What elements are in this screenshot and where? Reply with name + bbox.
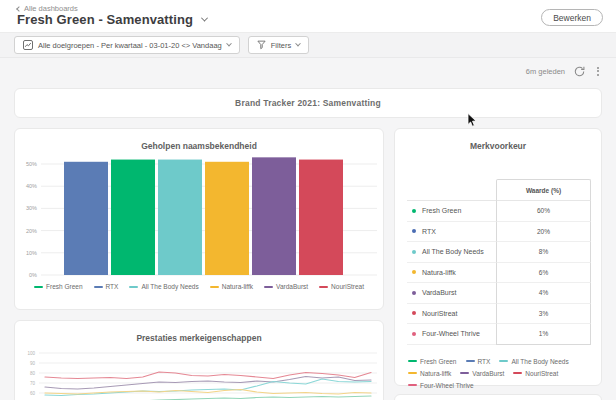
bar-fresh-green[interactable]: [111, 160, 155, 275]
brand-dot-icon: [412, 291, 416, 295]
legend-swatch-icon: [94, 286, 103, 288]
legend-swatch-icon: [210, 286, 219, 288]
legend-swatch-icon: [460, 372, 469, 374]
awareness-chart-card: Geholpen naamsbekendheid 0%10%20%30%40%5…: [14, 128, 384, 310]
legend-swatch-icon: [129, 286, 138, 288]
y-axis-tick: 60: [30, 391, 36, 396]
chevron-down-icon: [226, 41, 232, 47]
brand-dot-icon: [412, 209, 416, 213]
y-axis-tick: 40%: [26, 183, 37, 189]
legend-label: RTX: [478, 358, 491, 365]
brand-value: 8%: [496, 242, 591, 263]
chevron-down-icon: [295, 41, 301, 47]
brand-name: All The Body Needs: [422, 248, 484, 255]
legend-label: RTX: [106, 283, 119, 290]
filters-button[interactable]: Filters: [248, 36, 309, 54]
legend-swatch-icon: [466, 360, 475, 362]
legend-label: Four-Wheel Thrive: [420, 382, 474, 389]
brand-name: VardaBurst: [422, 289, 457, 296]
brand-dot-icon: [412, 250, 416, 254]
awareness-legend: Fresh GreenRTXAll The Body NeedsNatura-l…: [15, 283, 383, 290]
filter-bar: Alle doelgroepen - Per kwartaal - 03-01-…: [0, 33, 616, 58]
brand-value: 6%: [496, 263, 591, 284]
edit-button[interactable]: Bewerken: [541, 9, 603, 26]
next-card-partial: [394, 394, 602, 400]
legend-swatch-icon: [513, 372, 522, 374]
chart-icon: [23, 40, 33, 50]
legend-item[interactable]: Natura-liffk: [210, 283, 253, 290]
table-value-header: Waarde (%): [496, 179, 591, 201]
legend-swatch-icon: [408, 360, 417, 362]
kebab-menu-icon[interactable]: [594, 66, 602, 77]
legend-item[interactable]: NouriStreat: [319, 283, 364, 290]
top-bar: Alle dashboards Fresh Green - Samenvatti…: [0, 0, 616, 33]
legend-label: NouriStreat: [331, 283, 364, 290]
y-axis-tick: 70: [30, 381, 36, 386]
awareness-chart-title: Geholpen naamsbekendheid: [15, 141, 383, 151]
scope-filter-button[interactable]: Alle doelgroepen - Per kwartaal - 03-01-…: [14, 36, 240, 54]
legend-item[interactable]: Natura-liffk: [408, 370, 451, 377]
legend-item[interactable]: VardaBurst: [460, 370, 504, 377]
bar-all-the-body-needs[interactable]: [158, 160, 202, 275]
legend-label: Natura-liffk: [420, 370, 451, 377]
awareness-bar-chart: 0%10%20%30%40%50%: [15, 154, 384, 280]
table-row-label: All The Body Needs: [407, 242, 496, 263]
brand-value: 1%: [496, 324, 591, 345]
table-row-label: Natura-liffk: [407, 263, 496, 284]
brand-value: 4%: [496, 283, 591, 304]
bar-nouristreat[interactable]: [299, 160, 343, 275]
y-axis-tick: 100: [27, 351, 35, 356]
brand-value: 60%: [496, 201, 591, 222]
table-row-label: VardaBurst: [407, 283, 496, 304]
y-axis-tick: 90: [30, 361, 36, 366]
legend-item[interactable]: NouriStreat: [513, 370, 558, 377]
legend-swatch-icon: [499, 360, 508, 362]
legend-item[interactable]: RTX: [94, 283, 119, 290]
legend-item[interactable]: RTX: [466, 358, 491, 365]
brand-dot-icon: [412, 332, 416, 336]
legend-swatch-icon: [408, 372, 417, 374]
legend-swatch-icon: [408, 384, 417, 386]
y-axis-tick: 0%: [29, 272, 37, 278]
legend-swatch-icon: [34, 286, 43, 288]
legend-label: Fresh Green: [420, 358, 457, 365]
legend-item[interactable]: Four-Wheel Thrive: [408, 382, 474, 389]
last-refreshed-label: 6m geleden: [526, 67, 565, 76]
bar-vardaburst[interactable]: [252, 157, 296, 275]
brand-name: Fresh Green: [422, 207, 461, 214]
preference-table: Waarde (%)Fresh Green60%RTX20%All The Bo…: [407, 179, 589, 345]
table-row-label: RTX: [407, 222, 496, 243]
y-axis-tick: 50%: [26, 161, 37, 167]
legend-item[interactable]: Fresh Green: [34, 283, 83, 290]
preference-table-card: Merkvoorkeur Waarde (%)Fresh Green60%RTX…: [394, 128, 602, 386]
legend-swatch-icon: [319, 286, 328, 288]
dashboard-content: 6m geleden Brand Tracker 2021: Samenvatt…: [0, 64, 616, 400]
legend-label: VardaBurst: [472, 370, 504, 377]
y-axis-tick: 20%: [26, 228, 37, 234]
brand-name: Four-Wheel Thrive: [422, 330, 480, 337]
preference-legend: Fresh GreenRTXAll The Body NeedsNatura-l…: [395, 358, 601, 389]
legend-label: All The Body Needs: [141, 283, 198, 290]
series-green: [45, 396, 371, 400]
bar-rtx[interactable]: [64, 162, 108, 275]
legend-item[interactable]: All The Body Needs: [499, 358, 568, 365]
brand-dot-icon: [412, 270, 416, 274]
attributes-chart-title: Prestaties merkeigenschappen: [15, 333, 383, 343]
brand-dot-icon: [412, 311, 416, 315]
y-axis-tick: 30%: [26, 205, 37, 211]
legend-label: All The Body Needs: [511, 358, 568, 365]
banner-card: Brand Tracker 2021: Samenvatting: [14, 88, 602, 118]
refresh-icon[interactable]: [574, 66, 585, 77]
table-row-label: Fresh Green: [407, 201, 496, 222]
legend-item[interactable]: Fresh Green: [408, 358, 457, 365]
legend-label: VardaBurst: [276, 283, 308, 290]
chevron-down-icon[interactable]: [201, 15, 208, 22]
brand-dot-icon: [412, 229, 416, 233]
bar-natura-liffk[interactable]: [205, 162, 249, 275]
filters-label: Filters: [271, 41, 291, 50]
banner-title: Brand Tracker 2021: Samenvatting: [235, 98, 381, 108]
table-corner-cell: [407, 179, 496, 201]
legend-item[interactable]: All The Body Needs: [129, 283, 198, 290]
attributes-line-chart: 10090807060: [15, 346, 384, 400]
legend-item[interactable]: VardaBurst: [264, 283, 308, 290]
